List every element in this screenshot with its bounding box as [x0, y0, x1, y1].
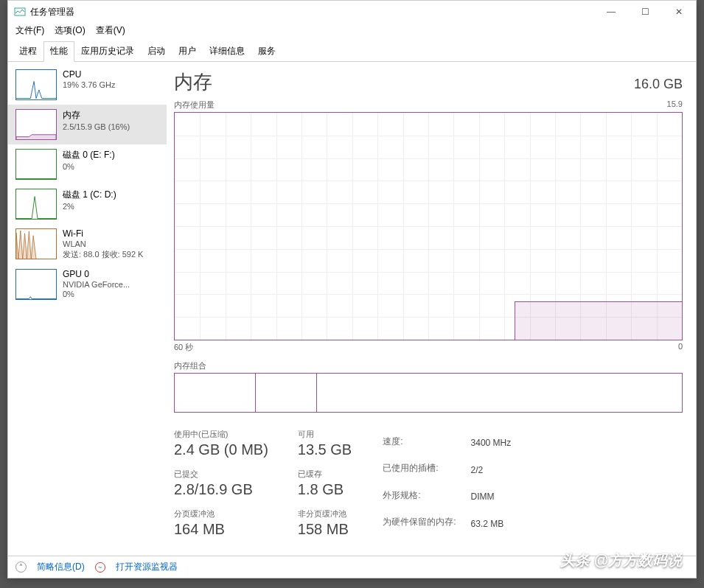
wifi-thumb [15, 228, 57, 259]
sidebar-item-label: 磁盘 0 (E: F:) [63, 149, 115, 161]
chevron-up-icon[interactable]: ˄ [15, 561, 27, 573]
sidebar-item-disk0[interactable]: 磁盘 0 (E: F:) 0% [8, 144, 167, 184]
x-axis-start: 60 秒 [174, 342, 193, 353]
menu-file[interactable]: 文件(F) [15, 24, 44, 37]
sidebar-item-sub: 0% [63, 162, 115, 171]
sidebar-item-gpu0[interactable]: GPU 0 NVIDIA GeForce... 0% [8, 265, 167, 304]
window-controls: — ☐ ✕ [594, 1, 696, 23]
memory-fill-area [515, 301, 682, 340]
tab-startup[interactable]: 启动 [141, 41, 172, 61]
comp-seg-inuse [175, 374, 256, 412]
tabs: 进程 性能 应用历史记录 启动 用户 详细信息 服务 [8, 41, 696, 62]
tab-performance[interactable]: 性能 [43, 41, 74, 62]
stat-committed: 已提交 2.8/16.9 GB [174, 469, 268, 498]
sidebar-item-wifi[interactable]: Wi-Fi WLAN 发送: 88.0 接收: 592 K [8, 224, 167, 265]
sidebar-item-label: 磁盘 1 (C: D:) [63, 189, 116, 201]
sidebar-item-sub: 2.5/15.9 GB (16%) [63, 122, 130, 131]
memory-usage-chart[interactable] [174, 112, 683, 340]
sidebar-item-sub: WLAN [63, 239, 143, 248]
titlebar[interactable]: 任务管理器 — ☐ ✕ [8, 1, 696, 23]
sidebar-item-disk1[interactable]: 磁盘 1 (C: D:) 2% [8, 184, 167, 224]
tab-app-history[interactable]: 应用历史记录 [74, 41, 141, 61]
gpu0-thumb [15, 269, 57, 300]
main-panel: 内存 16.0 GB 内存使用量 15.9 60 秒 0 内存组合 [167, 62, 696, 556]
menu-view[interactable]: 查看(V) [96, 24, 125, 37]
body: CPU 19% 3.76 GHz 内存 2.5/15.9 GB (16%) [8, 62, 696, 556]
stat-inuse: 使用中(已压缩) 2.4 GB (0 MB) [174, 429, 268, 458]
app-icon [14, 6, 26, 18]
sidebar-item-label: Wi-Fi [63, 228, 143, 239]
sidebar-item-sub: 2% [63, 202, 116, 211]
stat-cached: 已缓存 1.8 GB [298, 469, 352, 498]
task-manager-window: 任务管理器 — ☐ ✕ 文件(F) 选项(O) 查看(V) 进程 性能 应用历史… [7, 0, 697, 578]
sidebar-item-memory[interactable]: 内存 2.5/15.9 GB (16%) [8, 105, 167, 144]
maximize-button[interactable]: ☐ [628, 1, 662, 23]
usage-max: 15.9 [667, 99, 683, 111]
disk0-thumb [15, 149, 57, 180]
x-axis-end: 0 [678, 342, 683, 353]
memory-thumb [15, 109, 57, 140]
disk1-thumb [15, 189, 57, 220]
resmon-icon: ~ [95, 562, 105, 573]
cpu-thumb [15, 69, 57, 100]
composition-label: 内存组合 [174, 360, 683, 371]
minimize-button[interactable]: — [594, 1, 628, 23]
stat-nonpaged-pool: 非分页缓冲池 158 MB [298, 508, 352, 538]
stat-available: 可用 13.5 GB [298, 429, 352, 458]
memory-composition-bar[interactable] [174, 373, 683, 413]
sidebar-item-sub2: 发送: 88.0 接收: 592 K [63, 249, 143, 260]
comp-seg-free [317, 374, 682, 412]
menu-options[interactable]: 选项(O) [55, 24, 85, 37]
usage-label: 内存使用量 [174, 99, 215, 111]
sidebar-item-sub2: 0% [63, 290, 130, 298]
tab-users[interactable]: 用户 [172, 41, 203, 61]
sidebar: CPU 19% 3.76 GHz 内存 2.5/15.9 GB (16%) [8, 62, 167, 556]
sidebar-item-label: 内存 [63, 109, 130, 122]
sidebar-item-sub: NVIDIA GeForce... [63, 280, 130, 289]
page-title: 内存 [174, 69, 212, 95]
open-resmon-link[interactable]: 打开资源监视器 [116, 561, 178, 573]
spec-table: 速度:3400 MHz 已使用的插槽:2/2 外形规格:DIMM 为硬件保留的内… [381, 429, 512, 538]
brief-info-link[interactable]: 简略信息(D) [37, 561, 85, 573]
window-title: 任务管理器 [30, 6, 594, 18]
sidebar-item-cpu[interactable]: CPU 19% 3.76 GHz [8, 65, 167, 105]
tab-services[interactable]: 服务 [251, 41, 282, 61]
tab-details[interactable]: 详细信息 [203, 41, 251, 61]
tab-processes[interactable]: 进程 [13, 41, 43, 61]
sidebar-item-label: GPU 0 [63, 269, 130, 279]
sidebar-item-sub: 19% 3.76 GHz [63, 80, 116, 89]
sidebar-item-label: CPU [63, 69, 116, 80]
svg-rect-0 [15, 8, 25, 15]
menubar: 文件(F) 选项(O) 查看(V) [8, 23, 696, 41]
footer: ˄ 简略信息(D) ~ 打开资源监视器 [8, 556, 696, 578]
stats: 使用中(已压缩) 2.4 GB (0 MB) 已提交 2.8/16.9 GB 分… [174, 429, 683, 538]
stat-paged-pool: 分页缓冲池 164 MB [174, 508, 268, 538]
close-button[interactable]: ✕ [662, 1, 696, 23]
comp-seg-standby [256, 374, 317, 412]
total-capacity: 16.0 GB [634, 77, 683, 92]
